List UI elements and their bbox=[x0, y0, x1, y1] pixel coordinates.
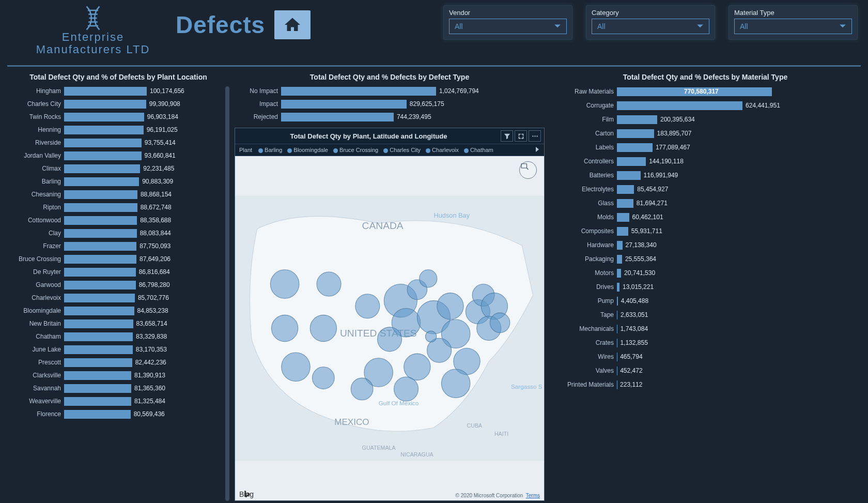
bar-row[interactable]: Drives 13,015,221 bbox=[550, 281, 861, 293]
bar-row[interactable]: Bloomingdale 84,853,238 bbox=[7, 305, 229, 316]
bar-row[interactable]: Mechanicals 1,743,084 bbox=[550, 323, 861, 335]
bar-row[interactable]: Film 200,395,634 bbox=[550, 113, 861, 126]
bar-row[interactable]: Clay 88,083,844 bbox=[7, 227, 229, 239]
bar-row[interactable]: Twin Rocks 96,903,184 bbox=[7, 111, 229, 123]
bar-row[interactable]: Florence 80,569,436 bbox=[7, 408, 229, 420]
focus-icon-button[interactable] bbox=[515, 130, 527, 142]
bar-track: 829,625,175 bbox=[281, 100, 545, 109]
legend-item[interactable]: Bruce Crossing bbox=[333, 147, 378, 153]
bar-row[interactable]: Packaging 25,555,364 bbox=[550, 253, 861, 265]
more-icon-button[interactable] bbox=[529, 130, 541, 142]
bar-row[interactable]: Garwood 86,798,280 bbox=[7, 279, 229, 291]
bar-row[interactable]: June Lake 83,170,353 bbox=[7, 344, 229, 355]
bar-row[interactable]: Barling 90,883,309 bbox=[7, 176, 229, 187]
bar-row[interactable]: Henning 96,191,025 bbox=[7, 124, 229, 135]
defect-type-bar-chart[interactable]: No Impact 1,024,769,794 Impact 829,625,1… bbox=[235, 85, 545, 123]
legend-item[interactable]: Bloomingdale bbox=[287, 147, 328, 153]
bar-row[interactable]: Hingham 100,174,656 bbox=[7, 85, 229, 97]
bar-row[interactable]: Raw Materials 770,580,317 bbox=[550, 85, 861, 98]
bar-fill bbox=[64, 126, 144, 134]
bar-row[interactable]: Molds 60,462,101 bbox=[550, 211, 861, 223]
bar-row[interactable]: Prescott 82,442,236 bbox=[7, 357, 229, 368]
bar-row[interactable]: Bruce Crossing 87,649,206 bbox=[7, 253, 229, 265]
bar-value: 200,395,634 bbox=[660, 116, 695, 123]
legend-item[interactable]: Chatham bbox=[464, 147, 493, 153]
svg-point-5 bbox=[317, 272, 341, 296]
plant-scrollbar[interactable] bbox=[225, 86, 229, 501]
bar-row[interactable]: Charles City 99,390,908 bbox=[7, 98, 229, 110]
lasso-icon bbox=[520, 162, 529, 171]
bar-row[interactable]: Pump 4,405,488 bbox=[550, 295, 861, 307]
legend-next-button[interactable] bbox=[535, 146, 540, 154]
svg-point-10 bbox=[355, 294, 380, 318]
bar-fill bbox=[617, 143, 653, 152]
bar-track: 88,358,688 bbox=[64, 216, 229, 225]
home-button[interactable] bbox=[274, 10, 311, 39]
bar-category: Molds bbox=[550, 214, 617, 221]
bar-fill bbox=[617, 255, 622, 264]
bar-row[interactable]: Savannah 81,365,360 bbox=[7, 383, 229, 394]
bar-fill bbox=[64, 139, 142, 147]
bar-row[interactable]: Ripton 88,672,748 bbox=[7, 202, 229, 213]
bar-row[interactable]: Cottonwood 88,358,688 bbox=[7, 215, 229, 226]
bar-row[interactable]: Printed Materials 223,112 bbox=[550, 378, 861, 391]
filter-icon-button[interactable] bbox=[501, 130, 513, 142]
bar-category: Twin Rocks bbox=[7, 113, 64, 120]
bar-row[interactable]: Corrugate 624,441,951 bbox=[550, 99, 861, 112]
bar-row[interactable]: Electrolytes 85,454,927 bbox=[550, 183, 861, 195]
bar-row[interactable]: Frazer 87,750,093 bbox=[7, 240, 229, 252]
bar-fill bbox=[64, 164, 140, 173]
map-canvas[interactable]: CANADA Hudson Bay UNITED STATES MEXICO G… bbox=[235, 156, 544, 500]
brand-logo: Enterprise Manufacturers LTD bbox=[10, 5, 176, 56]
filter-dropdown[interactable]: All bbox=[734, 19, 852, 34]
bar-row[interactable]: Chesaning 88,868,154 bbox=[7, 189, 229, 200]
bar-row[interactable]: Rejected 744,239,495 bbox=[235, 111, 545, 123]
svg-point-28 bbox=[490, 313, 509, 332]
bar-row[interactable]: Clarksville 81,390,913 bbox=[7, 370, 229, 381]
bar-track: 1,132,855 bbox=[617, 339, 861, 347]
bar-row[interactable]: Climax 92,231,485 bbox=[7, 163, 229, 174]
bar-row[interactable]: Hardware 27,138,340 bbox=[550, 239, 861, 251]
bar-row[interactable]: Glass 81,694,271 bbox=[550, 197, 861, 209]
bar-row[interactable]: Controllers 144,190,118 bbox=[550, 155, 861, 167]
bar-category: Pump bbox=[550, 297, 617, 304]
bar-row[interactable]: Composites 55,931,711 bbox=[550, 225, 861, 237]
bar-row[interactable]: Carton 183,895,707 bbox=[550, 127, 861, 140]
plant-bar-chart[interactable]: Hingham 100,174,656 Charles City 99,390,… bbox=[7, 85, 229, 420]
bar-row[interactable]: Motors 20,741,530 bbox=[550, 267, 861, 279]
dna-icon bbox=[78, 5, 109, 31]
bar-row[interactable]: Labels 177,089,467 bbox=[550, 141, 861, 154]
bar-row[interactable]: Valves 452,472 bbox=[550, 364, 861, 377]
bar-row[interactable]: Crates 1,132,855 bbox=[550, 337, 861, 349]
material-bar-chart[interactable]: Raw Materials 770,580,317 Corrugate 624,… bbox=[550, 85, 861, 391]
filter-label: Category bbox=[592, 9, 709, 17]
bar-row[interactable]: Weaverville 81,325,484 bbox=[7, 395, 229, 407]
bar-fill bbox=[617, 213, 629, 222]
lasso-select-button[interactable] bbox=[519, 161, 537, 179]
svg-point-4 bbox=[270, 270, 299, 299]
bar-track: 200,395,634 bbox=[617, 115, 861, 124]
bar-fill bbox=[617, 101, 742, 110]
filter-dropdown[interactable]: All bbox=[449, 19, 567, 34]
bar-row[interactable]: Jordan Valley 93,660,841 bbox=[7, 150, 229, 161]
legend-item[interactable]: Barling bbox=[258, 147, 282, 153]
map-visual: Total Defect Qty by Plant, Latitude and … bbox=[235, 128, 545, 501]
bar-row[interactable]: Impact 829,625,175 bbox=[235, 98, 545, 110]
filter-value: All bbox=[597, 22, 606, 31]
bar-row[interactable]: De Ruyter 86,816,684 bbox=[7, 266, 229, 278]
legend-item[interactable]: Charles City bbox=[383, 147, 421, 153]
bar-row[interactable]: No Impact 1,024,769,794 bbox=[235, 85, 545, 97]
bar-value: 90,883,309 bbox=[142, 178, 173, 185]
filter-dropdown[interactable]: All bbox=[592, 19, 709, 34]
bar-fill bbox=[64, 358, 132, 367]
bar-row[interactable]: Wires 465,794 bbox=[550, 350, 861, 363]
map-terms-link[interactable]: Terms bbox=[526, 493, 540, 498]
bar-row[interactable]: Tape 2,633,051 bbox=[550, 309, 861, 321]
bar-row[interactable]: Batteries 116,991,949 bbox=[550, 169, 861, 181]
legend-item[interactable]: Charlevoix bbox=[426, 147, 459, 153]
bar-row[interactable]: Charlevoix 85,702,776 bbox=[7, 292, 229, 303]
bar-row[interactable]: Chatham 83,329,838 bbox=[7, 331, 229, 342]
bar-row[interactable]: New Britain 83,658,714 bbox=[7, 318, 229, 329]
filter-label: Material Type bbox=[734, 9, 852, 17]
bar-row[interactable]: Riverside 93,755,414 bbox=[7, 137, 229, 148]
